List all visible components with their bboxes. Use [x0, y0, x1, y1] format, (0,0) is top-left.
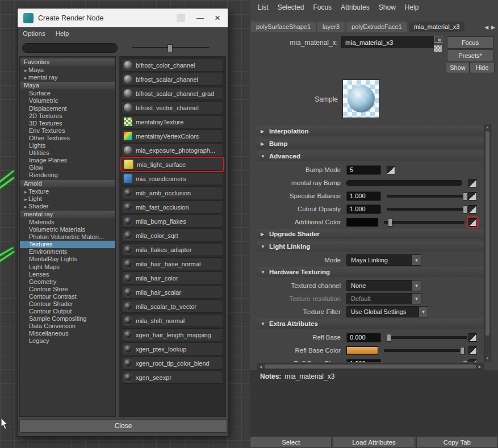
node-list-item[interactable]: bifrost_vector_channel — [122, 101, 223, 114]
editor-tab[interactable]: polySurfaceShape1 — [251, 22, 316, 32]
menu-item[interactable]: Help — [405, 3, 419, 11]
tree-item[interactable]: mental ray — [20, 74, 115, 81]
vertical-scrollbar[interactable] — [484, 124, 491, 362]
node-list-item[interactable]: xgen_root_tip_color_blend — [122, 357, 223, 370]
scroll-right-icon[interactable] — [476, 365, 483, 369]
tree-item[interactable]: MentalRay Lights — [20, 256, 115, 263]
mental-ray-bump-slider[interactable] — [346, 180, 462, 186]
tree-item[interactable]: Maya — [20, 82, 115, 89]
tree-item[interactable]: Light — [20, 195, 115, 203]
cutout-opacity-field[interactable]: 1.000 — [346, 204, 381, 214]
texture-map-button[interactable] — [468, 359, 477, 363]
focus-button[interactable]: Focus — [447, 36, 493, 49]
node-list-item[interactable]: mila_flakes_adapter — [122, 243, 223, 256]
texture-map-button-highlighted[interactable] — [468, 218, 477, 227]
tree-item[interactable]: Photon Volumetric Materi... — [20, 233, 115, 241]
node-list-item[interactable]: xgen_hair_length_mapping — [122, 328, 223, 341]
scrollbar-thumb[interactable] — [486, 131, 489, 336]
tree-item[interactable]: Texture — [20, 188, 115, 195]
tree-item[interactable]: Volumetric — [20, 97, 115, 104]
slider-handle[interactable] — [387, 334, 391, 342]
section-advanced[interactable]: Advanced — [257, 151, 484, 161]
minimize-icon[interactable] — [196, 14, 204, 22]
tree-item[interactable]: Lenses — [20, 271, 115, 278]
tree-item[interactable]: Geometry — [20, 278, 115, 286]
dialog-titlebar[interactable]: Create Render Node — [18, 9, 228, 27]
tree-item[interactable]: Env Textures — [20, 127, 115, 135]
menu-item[interactable]: List — [258, 3, 269, 11]
refl-base-gloss-field[interactable]: 1.000 — [346, 359, 381, 363]
refl-base-color-swatch[interactable] — [346, 346, 378, 355]
tree-item[interactable]: Favorites — [20, 58, 115, 66]
tree-item[interactable]: Contour Output — [20, 308, 115, 315]
tree-item[interactable]: Arnold — [20, 180, 115, 187]
texture-map-button[interactable] — [468, 333, 477, 342]
icon-size-slider[interactable] — [132, 44, 209, 52]
menu-item[interactable]: Attributes — [341, 3, 370, 11]
tree-item[interactable]: Rendering — [20, 171, 115, 179]
scrollbar-thumb[interactable] — [265, 365, 476, 369]
editor-tab[interactable]: mia_material_x3 — [409, 22, 465, 32]
tree-item[interactable]: 2D Textures — [20, 112, 115, 120]
tree-item[interactable]: Volumetric Materials — [20, 226, 115, 233]
tree-item[interactable]: Other Textures — [20, 135, 115, 142]
texture-resolution-dropdown[interactable]: Default — [346, 293, 421, 304]
node-list-item[interactable]: mib_fast_occlusion — [122, 200, 223, 213]
node-list-item[interactable]: mia_light_surface — [122, 158, 223, 171]
refl-base-slider[interactable] — [387, 334, 467, 341]
slider-handle[interactable] — [463, 360, 467, 362]
specular-balance-field[interactable]: 1.000 — [346, 191, 381, 201]
close-icon[interactable] — [213, 12, 222, 24]
tree-item[interactable]: Image Planes — [20, 157, 115, 164]
tree-item[interactable]: Contour Store — [20, 286, 115, 293]
texture-filter-dropdown[interactable]: Use Global Settings — [346, 306, 428, 317]
mode-dropdown[interactable]: Maya Linking — [346, 254, 421, 266]
scroll-up-icon[interactable] — [485, 124, 490, 131]
checker-swatch-icon[interactable] — [434, 45, 442, 52]
node-name-field[interactable] — [341, 36, 434, 48]
tab-scroll-right-icon[interactable] — [491, 24, 495, 30]
hide-button[interactable]: Hide — [470, 62, 495, 73]
node-list-item[interactable]: mentalrayTexture — [122, 115, 223, 128]
node-list-item[interactable]: xgen_seexpr — [122, 371, 223, 384]
slider-handle[interactable] — [388, 219, 392, 227]
horizontal-scrollbar[interactable] — [257, 363, 484, 370]
tree-item[interactable]: Lights — [20, 142, 115, 149]
menu-item[interactable]: Help — [56, 30, 69, 37]
node-list-item[interactable]: mila_hair_color — [122, 271, 223, 284]
section-hardware-texturing[interactable]: Hardware Texturing — [257, 267, 484, 277]
tree-item[interactable]: Environments — [20, 248, 115, 256]
tree-item[interactable]: Utilities — [20, 149, 115, 157]
tree-item[interactable]: Sample Compositing — [20, 315, 115, 323]
texture-map-button[interactable] — [468, 346, 477, 355]
additional-color-swatch[interactable] — [346, 218, 378, 227]
node-list-item[interactable]: mentalrayVertexColors — [122, 129, 223, 143]
tree-item[interactable]: Surface — [20, 90, 115, 97]
bump-mode-field[interactable]: 5 — [346, 165, 381, 175]
textured-channel-dropdown[interactable]: None — [346, 280, 421, 291]
refl-base-color-slider[interactable] — [384, 347, 464, 354]
texture-map-button[interactable] — [468, 192, 477, 200]
tree-item[interactable]: Glow — [20, 164, 115, 171]
section-extra-attributes[interactable]: Extra Attributes — [257, 319, 484, 329]
show-button[interactable]: Show — [446, 62, 470, 73]
slider-handle[interactable] — [168, 44, 173, 52]
notes-area[interactable]: Notes: mia_material_x3 — [250, 370, 498, 436]
texture-map-button[interactable] — [468, 179, 477, 187]
tree-item[interactable]: Contour Contrast — [20, 293, 115, 300]
texture-map-button[interactable] — [468, 205, 477, 213]
section-light-linking[interactable]: Light Linking — [257, 241, 484, 252]
presets-button[interactable]: Presets* — [447, 49, 493, 61]
node-list-item[interactable]: bifrost_scalar_channel_grad — [122, 87, 223, 100]
tree-item[interactable]: Maya — [20, 66, 115, 74]
footer-button[interactable]: Copy Tab — [416, 436, 498, 448]
footer-button[interactable]: Load Attributes — [333, 436, 415, 448]
material-sample-swatch[interactable] — [342, 79, 380, 118]
filter-input[interactable] — [22, 43, 118, 53]
menu-item[interactable]: Focus — [313, 3, 332, 11]
node-list-item[interactable]: bifrost_scalar_channel — [122, 73, 223, 86]
menu-item[interactable]: Show — [379, 3, 396, 11]
texture-map-button[interactable] — [387, 166, 395, 174]
menu-item[interactable]: Selected — [278, 3, 304, 11]
additional-color-slider[interactable] — [384, 219, 464, 225]
